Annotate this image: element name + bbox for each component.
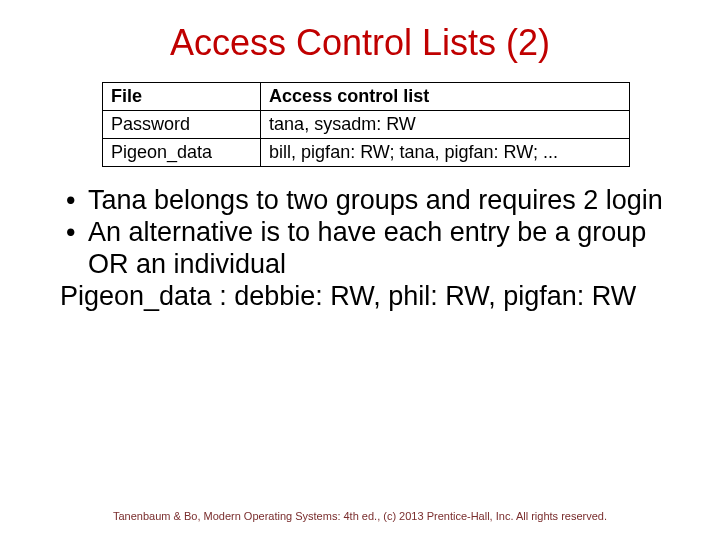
table-header-file: File [103, 83, 261, 111]
cell-acl: bill, pigfan: RW; tana, pigfan: RW; ... [261, 139, 630, 167]
bullet-item: Tana belongs to two groups and requires … [60, 185, 680, 217]
table-row: Password tana, sysadm: RW [103, 111, 630, 139]
acl-table: File Access control list Password tana, … [102, 82, 630, 167]
bullet-list: Tana belongs to two groups and requires … [30, 185, 690, 281]
cell-acl: tana, sysadm: RW [261, 111, 630, 139]
example-line: Pigeon_data : debbie: RW, phil: RW, pigf… [30, 281, 690, 313]
footer-citation: Tanenbaum & Bo, Modern Operating Systems… [0, 510, 720, 522]
table-row: Pigeon_data bill, pigfan: RW; tana, pigf… [103, 139, 630, 167]
bullet-item: An alternative is to have each entry be … [60, 217, 680, 281]
slide: Access Control Lists (2) File Access con… [0, 0, 720, 540]
table-header-row: File Access control list [103, 83, 630, 111]
acl-table-wrap: File Access control list Password tana, … [102, 82, 630, 167]
table-header-acl: Access control list [261, 83, 630, 111]
cell-file: Password [103, 111, 261, 139]
slide-title: Access Control Lists (2) [30, 22, 690, 64]
cell-file: Pigeon_data [103, 139, 261, 167]
